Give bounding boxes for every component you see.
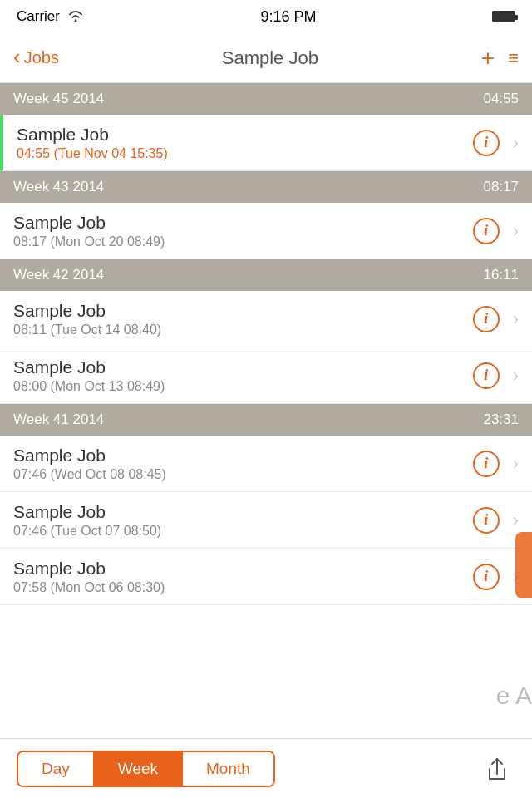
item-subtitle: 07:46 (Tue Oct 07 08:50) [13, 524, 473, 539]
status-bar: Carrier 9:16 PM [0, 0, 532, 33]
list-item[interactable]: Sample Job 08:11 (Tue Oct 14 08:40) i › [0, 291, 532, 347]
item-content: Sample Job 07:58 (Mon Oct 06 08:30) [13, 559, 473, 595]
item-subtitle: 04:55 (Tue Nov 04 15:35) [17, 146, 473, 161]
month-segment-button[interactable]: Month [183, 752, 273, 786]
section-title: Week 43 2014 [13, 179, 104, 195]
item-title: Sample Job [13, 213, 473, 233]
chevron-right-icon: › [513, 510, 519, 531]
week-segment-button[interactable]: Week [95, 752, 183, 786]
back-chevron-icon: ‹ [13, 44, 21, 70]
wifi-icon [66, 10, 85, 23]
section-title: Week 41 2014 [13, 411, 104, 428]
chevron-right-icon: › [513, 220, 519, 242]
item-subtitle: 07:58 (Mon Oct 06 08:30) [13, 580, 473, 595]
battery-icon [492, 11, 515, 22]
status-time: 9:16 PM [260, 8, 316, 26]
list-item[interactable]: Sample Job 07:58 (Mon Oct 06 08:30) i › [0, 549, 532, 605]
chevron-right-icon: › [513, 132, 519, 154]
segment-control: Day Week Month [17, 751, 275, 787]
item-content: Sample Job 07:46 (Wed Oct 08 08:45) [13, 446, 473, 482]
right-edge-decoration [515, 532, 532, 598]
item-title: Sample Job [13, 446, 473, 466]
item-title: Sample Job [13, 357, 473, 377]
list-item[interactable]: Sample Job 04:55 (Tue Nov 04 15:35) i › [0, 115, 532, 171]
item-subtitle: 08:00 (Mon Oct 13 08:49) [13, 379, 473, 394]
section-title: Week 42 2014 [13, 267, 104, 283]
info-button[interactable]: i [473, 130, 500, 156]
info-button[interactable]: i [473, 362, 500, 389]
list-item[interactable]: Sample Job 08:00 (Mon Oct 13 08:49) i › [0, 347, 532, 404]
item-subtitle: 07:46 (Wed Oct 08 08:45) [13, 467, 473, 482]
day-segment-button[interactable]: Day [18, 752, 95, 786]
section-time: 16:11 [483, 267, 519, 283]
list-item[interactable]: Sample Job 08:17 (Mon Oct 20 08:49) i › [0, 203, 532, 259]
info-button[interactable]: i [473, 451, 500, 477]
status-left: Carrier [17, 8, 85, 25]
right-edge-text: e A [496, 682, 532, 710]
item-content: Sample Job 08:11 (Tue Oct 14 08:40) [13, 301, 473, 337]
section-time: 23:31 [483, 411, 519, 428]
item-actions: i › [473, 130, 519, 156]
item-title: Sample Job [13, 502, 473, 522]
info-button[interactable]: i [473, 306, 500, 332]
section-header-week42: Week 42 2014 16:11 [0, 259, 532, 291]
item-title: Sample Job [13, 559, 473, 579]
list-item[interactable]: Sample Job 07:46 (Tue Oct 07 08:50) i › [0, 492, 532, 549]
menu-button[interactable]: ≡ [508, 47, 519, 69]
section-time: 08:17 [483, 179, 519, 195]
chevron-right-icon: › [513, 308, 519, 330]
chevron-right-icon: › [513, 453, 519, 475]
bottom-bar: Day Week Month [0, 738, 532, 798]
jobs-list: Week 45 2014 04:55 Sample Job 04:55 (Tue… [0, 83, 532, 738]
carrier-label: Carrier [17, 8, 60, 25]
item-actions: i › [473, 451, 519, 477]
section-header-week43: Week 43 2014 08:17 [0, 171, 532, 203]
item-title: Sample Job [13, 301, 473, 321]
add-button[interactable]: + [481, 45, 495, 71]
share-icon [485, 754, 510, 784]
item-actions: i › [473, 564, 519, 590]
svg-point-0 [75, 20, 77, 22]
list-item[interactable]: Sample Job 07:46 (Wed Oct 08 08:45) i › [0, 436, 532, 492]
item-content: Sample Job 08:00 (Mon Oct 13 08:49) [13, 357, 473, 394]
nav-title: Sample Job [222, 47, 318, 69]
nav-actions: + ≡ [481, 45, 519, 71]
info-button[interactable]: i [473, 218, 500, 244]
item-subtitle: 08:11 (Tue Oct 14 08:40) [13, 323, 473, 337]
item-actions: i › [473, 218, 519, 244]
item-actions: i › [473, 362, 519, 389]
chevron-right-icon: › [513, 365, 519, 387]
item-subtitle: 08:17 (Mon Oct 20 08:49) [13, 234, 473, 249]
section-header-week45: Week 45 2014 04:55 [0, 83, 532, 115]
share-button[interactable] [479, 751, 515, 787]
back-label: Jobs [24, 48, 59, 67]
info-button[interactable]: i [473, 507, 500, 534]
item-actions: i › [473, 507, 519, 534]
section-time: 04:55 [483, 91, 519, 107]
status-right [492, 11, 515, 22]
item-content: Sample Job 07:46 (Tue Oct 07 08:50) [13, 502, 473, 539]
section-header-week41: Week 41 2014 23:31 [0, 404, 532, 436]
item-actions: i › [473, 306, 519, 332]
item-content: Sample Job 04:55 (Tue Nov 04 15:35) [17, 125, 473, 161]
section-title: Week 45 2014 [13, 91, 104, 107]
nav-bar: ‹ Jobs Sample Job + ≡ [0, 33, 532, 83]
info-button[interactable]: i [473, 564, 500, 590]
item-content: Sample Job 08:17 (Mon Oct 20 08:49) [13, 213, 473, 249]
back-button[interactable]: ‹ Jobs [13, 46, 59, 70]
item-title: Sample Job [17, 125, 473, 145]
